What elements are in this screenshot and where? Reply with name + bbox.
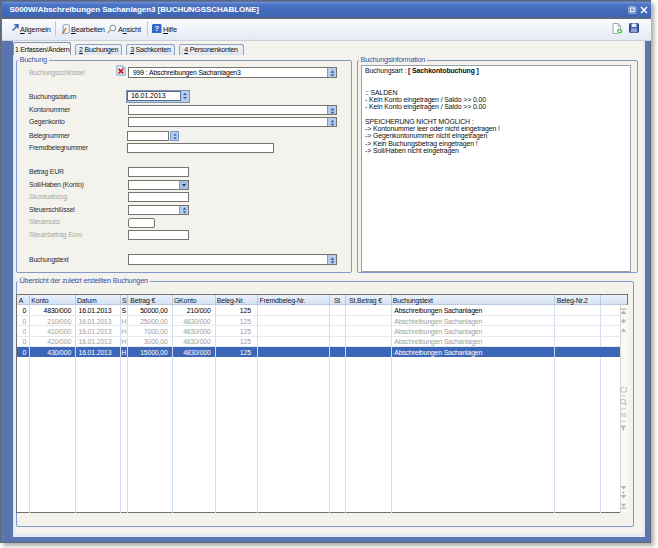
svg-text:?: ? — [154, 24, 159, 33]
svg-text:86: 86 — [620, 412, 627, 418]
